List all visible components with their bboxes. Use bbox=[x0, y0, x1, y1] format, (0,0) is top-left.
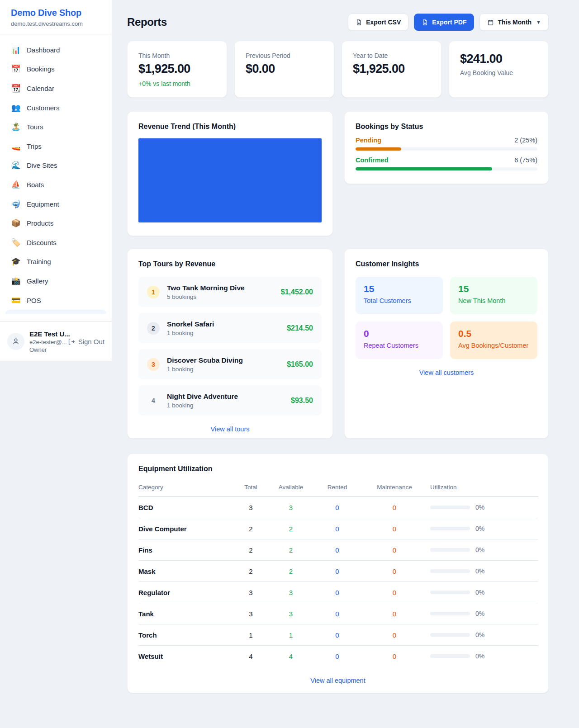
user-name: E2E Test U... bbox=[29, 330, 62, 338]
cell-rented: 0 bbox=[316, 646, 359, 667]
page-title: Reports bbox=[127, 16, 167, 28]
period-label: This Month bbox=[498, 19, 532, 26]
cell-maintenance: 0 bbox=[359, 646, 430, 667]
export-csv-button[interactable]: Export CSV bbox=[348, 14, 408, 31]
sign-out-button[interactable]: Sign Out bbox=[67, 338, 104, 345]
progress-fill-confirmed bbox=[356, 167, 492, 170]
bookings-calendar-icon: 📅 bbox=[11, 65, 21, 73]
table-row: BCD 3 3 0 0 0% bbox=[138, 497, 538, 518]
utilization-bar bbox=[430, 612, 470, 615]
sidebar-item-training[interactable]: 🎓 Training bbox=[5, 252, 106, 272]
sidebar-item-trips[interactable]: 🚤 Trips bbox=[5, 137, 106, 156]
utilization-percent: 0% bbox=[475, 610, 484, 617]
sidebar-item-dashboard[interactable]: 📊 Dashboard bbox=[5, 40, 106, 60]
tile-total-customers: 15 Total Customers bbox=[356, 277, 443, 314]
sidebar-item-bookings[interactable]: 📅 Bookings bbox=[5, 60, 106, 79]
utilization-percent: 0% bbox=[475, 589, 484, 596]
brand-block: Demo Dive Shop demo.test.divestreams.com bbox=[0, 0, 112, 34]
stat-label: Year to Date bbox=[353, 52, 430, 59]
status-count: 2 (25%) bbox=[514, 137, 537, 144]
period-dropdown[interactable]: This Month ▼ bbox=[479, 14, 549, 31]
view-all-customers-link[interactable]: View all customers bbox=[356, 369, 537, 376]
cell-rented: 0 bbox=[316, 582, 359, 603]
tour-row: 1 Two Tank Morning Dive 5 bookings $1,45… bbox=[138, 277, 322, 307]
sidebar-item-dive-sites[interactable]: 🌊 Dive Sites bbox=[5, 156, 106, 175]
sidebar-item-label: Products bbox=[27, 219, 53, 227]
utilization-percent: 0% bbox=[475, 546, 484, 553]
header-category: Category bbox=[138, 479, 236, 497]
bookings-status-title: Bookings by Status bbox=[356, 123, 537, 131]
header-actions: Export CSV Export PDF This Month ▼ bbox=[348, 14, 549, 31]
cell-rented: 0 bbox=[316, 624, 359, 646]
file-download-icon bbox=[422, 19, 428, 26]
sidebar-item-equipment[interactable]: 🤿 Equipment bbox=[5, 194, 106, 214]
cell-maintenance: 0 bbox=[359, 603, 430, 624]
table-row: Wetsuit 4 4 0 0 0% bbox=[138, 646, 538, 667]
revenue-trend-title: Revenue Trend (This Month) bbox=[138, 123, 322, 131]
charts-row: Revenue Trend (This Month) Bookings by S… bbox=[127, 111, 549, 236]
package-icon: 📦 bbox=[11, 219, 21, 227]
cell-available: 2 bbox=[266, 561, 316, 582]
utilization-bar bbox=[430, 506, 470, 509]
sidebar-item-boats[interactable]: ⛵ Boats bbox=[5, 175, 106, 194]
utilization-percent: 0% bbox=[475, 525, 484, 532]
sidebar-item-tours[interactable]: 🏝️ Tours bbox=[5, 117, 106, 137]
sidebar-item-calendar[interactable]: 📆 Calendar bbox=[5, 79, 106, 98]
sidebar-item-label: Dive Sites bbox=[27, 161, 57, 169]
page-header: Reports Export CSV Export PDF bbox=[127, 14, 549, 31]
sidebar-item-label: Bookings bbox=[27, 65, 55, 73]
tour-bookings: 1 booking bbox=[167, 402, 284, 409]
brand-domain: demo.test.divestreams.com bbox=[11, 20, 101, 27]
island-icon: 🏝️ bbox=[11, 123, 21, 131]
status-label: Confirmed bbox=[356, 156, 389, 164]
cell-rented: 0 bbox=[316, 561, 359, 582]
tour-row: 2 Snorkel Safari 1 booking $214.50 bbox=[138, 313, 322, 343]
sidebar-item-products[interactable]: 📦 Products bbox=[5, 213, 106, 233]
user-footer: E2E Test U... e2e-tester@... Owner Sign … bbox=[0, 321, 112, 361]
status-group-pending: Pending 2 (25%) bbox=[356, 137, 537, 151]
table-row: Dive Computer 2 2 0 0 0% bbox=[138, 518, 538, 539]
stat-card-avg-booking-value: $241.00 Avg Booking Value bbox=[449, 41, 549, 98]
export-pdf-button[interactable]: Export PDF bbox=[414, 14, 474, 31]
stat-delta: +0% vs last month bbox=[138, 80, 216, 87]
view-all-tours-link[interactable]: View all tours bbox=[138, 425, 322, 433]
view-all-equipment-link[interactable]: View all equipment bbox=[138, 677, 537, 684]
stat-value: $1,925.00 bbox=[138, 62, 216, 76]
tour-name: Two Tank Morning Dive bbox=[167, 284, 274, 292]
graduation-cap-icon: 🎓 bbox=[11, 258, 21, 265]
revenue-trend-card: Revenue Trend (This Month) bbox=[127, 111, 333, 236]
customer-insights-title: Customer Insights bbox=[356, 260, 537, 268]
cell-category: Mask bbox=[138, 561, 236, 582]
cell-category: Wetsuit bbox=[138, 646, 236, 667]
cell-total: 2 bbox=[236, 539, 266, 561]
utilization-percent: 0% bbox=[475, 504, 484, 511]
tour-revenue: $93.50 bbox=[291, 397, 313, 405]
stat-value: $1,925.00 bbox=[353, 62, 430, 76]
credit-card-icon: 💳 bbox=[11, 297, 21, 304]
cell-category: Fins bbox=[138, 539, 236, 561]
cell-total: 1 bbox=[236, 624, 266, 646]
progress-track bbox=[356, 147, 537, 151]
sidebar-item-gallery[interactable]: 📸 Gallery bbox=[5, 271, 106, 291]
rank-badge: 4 bbox=[147, 394, 160, 407]
sign-out-label: Sign Out bbox=[78, 338, 104, 345]
sidebar-item-label: Dashboard bbox=[27, 46, 60, 54]
cell-available: 3 bbox=[266, 582, 316, 603]
user-email: e2e-tester@... bbox=[29, 339, 62, 345]
sidebar-item-label: Boats bbox=[27, 181, 44, 189]
sidebar-nav: 📊 Dashboard 📅 Bookings 📆 Calendar 👥 Cust… bbox=[0, 34, 112, 321]
bookings-status-card: Bookings by Status Pending 2 (25%) Confi… bbox=[344, 111, 549, 184]
sidebar-item-discounts[interactable]: 🏷️ Discounts bbox=[5, 233, 106, 252]
sidebar-item-customers[interactable]: 👥 Customers bbox=[5, 98, 106, 118]
cell-rented: 0 bbox=[316, 518, 359, 539]
stat-card-year-to-date: Year to Date $1,925.00 bbox=[342, 41, 441, 98]
camera-icon: 📸 bbox=[11, 277, 21, 285]
tile-avg-bookings-customer: 0.5 Avg Bookings/Customer bbox=[450, 321, 537, 359]
tour-name: Discover Scuba Diving bbox=[167, 356, 280, 364]
sailboat-icon: ⛵ bbox=[11, 181, 21, 189]
sidebar-item-pos[interactable]: 💳 POS bbox=[5, 291, 106, 310]
diving-mask-icon: 🤿 bbox=[11, 200, 21, 208]
cell-maintenance: 0 bbox=[359, 497, 430, 518]
sidebar-item-reports-partial[interactable] bbox=[5, 310, 106, 314]
tag-icon: 🏷️ bbox=[11, 239, 21, 246]
